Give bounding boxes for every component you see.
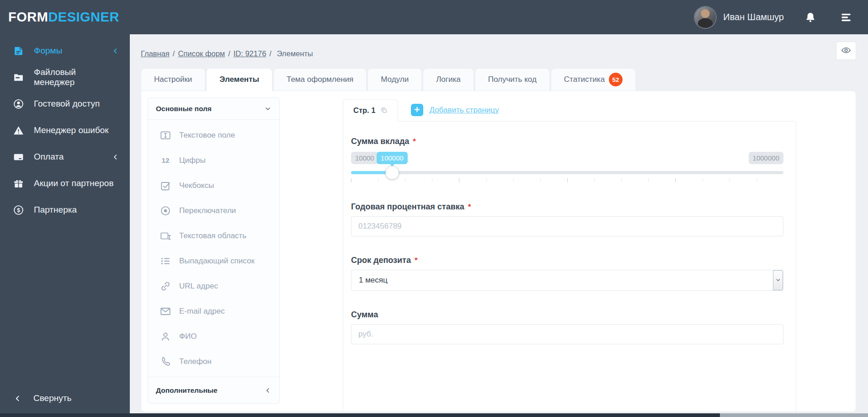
duplicate-page-icon[interactable] [380, 107, 388, 114]
breadcrumb-link[interactable]: Главная [141, 49, 170, 58]
field-label: Сумма [351, 310, 783, 320]
gift-icon [13, 178, 24, 189]
amount-input[interactable] [351, 324, 783, 344]
sidebar-item-label: Менеджер ошибок [34, 125, 109, 135]
sidebar-item[interactable]: Гостевой доступ [0, 91, 130, 117]
selected-option: 1 месяц [359, 276, 388, 285]
element-item-label: Чекбоксы [179, 181, 214, 190]
notifications-bell-icon[interactable] [804, 11, 817, 24]
chevron-left-icon [14, 395, 21, 402]
sidebar-item-label: Гостевой доступ [34, 99, 100, 109]
phone-icon [160, 356, 171, 368]
sidebar-item-label: Файловый менеджер [34, 67, 119, 87]
tab-label: Логика [436, 75, 461, 84]
slider-min-badge: 10000 [351, 152, 378, 164]
element-item-label: Цифры [179, 156, 206, 165]
slider-max-badge: 1000000 [749, 152, 783, 164]
field-deposit-amount: Сумма вклада * 10000 100000 1000000 [351, 137, 783, 185]
tab[interactable]: Тема оформления [273, 68, 367, 91]
forms-icon [13, 45, 24, 57]
element-item[interactable]: Переключатели [148, 198, 279, 223]
page-tab-label: Стр. 1 [353, 106, 375, 115]
element-item-label: Текстовое поле [179, 131, 235, 140]
breadcrumb-current: Элементы [277, 49, 313, 58]
sidebar-item[interactable]: Файловый менеджер [0, 64, 130, 91]
tab[interactable]: Модули [367, 68, 422, 91]
element-item[interactable]: Текстовое поле [148, 123, 279, 148]
tab-badge: 52 [609, 73, 623, 86]
chevron-down-icon [776, 276, 781, 285]
avatar[interactable] [695, 7, 716, 28]
user-name[interactable]: Иван Шамшур [723, 12, 784, 22]
person-icon [160, 331, 171, 342]
panel-section-basic-fields[interactable]: Основные поля [148, 98, 279, 120]
panel-section-additional[interactable]: Дополнительные [148, 377, 279, 403]
logo-part-1: FORM [8, 10, 48, 24]
sidebar-collapse-button[interactable]: Свернуть [0, 387, 130, 410]
preview-eye-button[interactable] [836, 42, 856, 60]
tab[interactable]: Элементы [206, 68, 272, 91]
eye-icon [841, 45, 851, 57]
slider-track[interactable] [351, 171, 783, 174]
chevron-down-icon [265, 106, 271, 112]
element-item-label: Переключатели [179, 206, 236, 215]
element-item-label: URL адрес [179, 282, 218, 291]
bottom-strip [720, 413, 868, 417]
sidebar-item[interactable]: $ Партнерка [0, 197, 130, 223]
sidebar-item[interactable]: Менеджер ошибок [0, 117, 130, 144]
element-item-label: ФИО [179, 332, 197, 341]
error-manager-icon [13, 125, 24, 136]
tab-label: Элементы [219, 75, 259, 84]
element-item-label: Текстовая область [179, 231, 246, 241]
page-tabs-row: Стр. 1 Добавить страницу [343, 99, 796, 121]
breadcrumb-link[interactable]: ID: 92176 [234, 49, 266, 58]
slider-value-badge: 100000 [377, 152, 408, 164]
text-field-icon [160, 129, 171, 141]
topbar-right: Иван Шамшур [695, 7, 854, 28]
app-logo: FORMDESIGNER [8, 10, 119, 25]
sidebar-item[interactable]: Формы [0, 37, 130, 64]
content-card: Основные поля Текстовое поле 12 Цифры Че… [141, 91, 856, 412]
field-label: Срок депозита * [351, 256, 783, 265]
tab[interactable]: Получить код [475, 68, 550, 91]
required-mark: * [413, 137, 416, 146]
page-tab[interactable]: Стр. 1 [343, 99, 398, 122]
add-page-link[interactable]: Добавить страницу [429, 106, 499, 115]
element-item[interactable]: Чекбоксы [148, 173, 279, 198]
sidebar-item-label: Оплата [34, 152, 64, 162]
element-item[interactable]: ФИО [148, 324, 279, 349]
tab-label: Тема оформления [287, 75, 353, 84]
breadcrumb-separator: / [173, 49, 175, 58]
element-item[interactable]: URL адрес [148, 273, 279, 299]
required-mark: * [415, 256, 418, 265]
sidebar-item[interactable]: Акции от партнеров [0, 170, 130, 197]
element-item[interactable]: Телефон [148, 349, 279, 374]
add-page-button[interactable] [411, 104, 423, 116]
deposit-term-select[interactable]: 1 месяц [351, 270, 783, 291]
bottom-strip [0, 413, 720, 417]
element-item[interactable]: 12 Цифры [148, 148, 279, 173]
required-mark: * [468, 203, 471, 212]
slider-handle[interactable] [385, 166, 399, 180]
element-item[interactable]: Выпадающий список [148, 248, 279, 273]
tab[interactable]: Статистика 52 [551, 68, 636, 91]
breadcrumb-link[interactable]: Список форм [178, 49, 225, 58]
guest-access-icon [13, 98, 24, 110]
interest-rate-input[interactable] [351, 216, 783, 236]
sidebar: Формы Файловый менеджер Гостевой доступ … [0, 34, 130, 417]
tab[interactable]: Настройки [141, 68, 205, 91]
sidebar-item-label: Партнерка [34, 205, 77, 215]
tab[interactable]: Логика [423, 68, 474, 91]
menu-icon[interactable] [838, 11, 854, 24]
chevron-left-icon [112, 48, 119, 54]
element-item[interactable]: Текстовая область [148, 223, 279, 248]
tab-label: Получить код [488, 75, 537, 84]
field-label: Годовая процентная ставка * [351, 202, 783, 212]
select-dropdown-button[interactable] [773, 270, 783, 290]
element-item[interactable]: E-mail адрес [148, 299, 279, 324]
topbar: FORMDESIGNER Иван Шамшур [0, 0, 868, 34]
sidebar-item[interactable]: Оплата [0, 144, 130, 170]
dropdown-icon [160, 255, 171, 267]
form-preview-card: Сумма вклада * 10000 100000 1000000 [343, 121, 796, 412]
svg-text:12: 12 [162, 156, 170, 164]
